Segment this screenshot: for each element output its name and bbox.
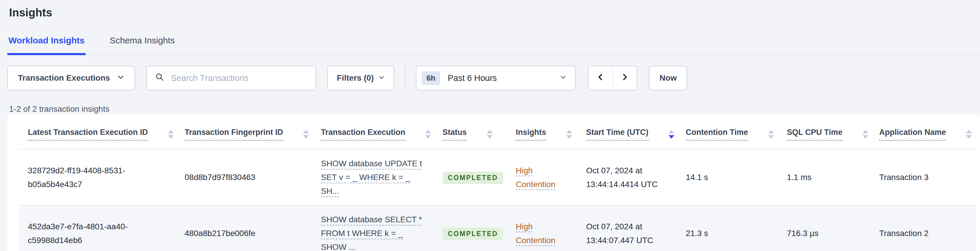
tab-bar: Workload Insights Schema Insights bbox=[7, 36, 980, 55]
chevron-left-icon bbox=[596, 73, 605, 83]
cell-application-name: Transaction 2 bbox=[870, 205, 976, 251]
time-nav-group bbox=[588, 66, 637, 90]
tab-schema-insights[interactable]: Schema Insights bbox=[108, 36, 176, 54]
cell-application-name: Transaction 3 bbox=[870, 149, 976, 205]
col-header-sql-cpu-time[interactable]: SQL CPU Time bbox=[778, 120, 870, 149]
table-row: 452da3e7-e7fa-4801-aa40-c59988d14eb6 480… bbox=[19, 205, 976, 251]
toolbar-divider bbox=[405, 66, 405, 90]
time-range-badge: 6h bbox=[422, 71, 440, 85]
table-header-row: Latest Transaction Execution ID Transact… bbox=[19, 120, 976, 149]
filters-button[interactable]: Filters (0) bbox=[327, 66, 394, 90]
cell-start-time: Oct 07, 2024 at 13:44:07.447 UTC bbox=[578, 205, 677, 251]
cell-status: COMPLETED bbox=[434, 149, 507, 205]
col-header-insights[interactable]: Insights bbox=[507, 120, 578, 149]
cell-sql-cpu-time: 716.3 µs bbox=[778, 205, 870, 251]
sort-icon[interactable] bbox=[966, 130, 972, 139]
sort-icon[interactable] bbox=[303, 130, 309, 139]
status-badge: COMPLETED bbox=[442, 171, 503, 184]
time-range-picker[interactable]: 6h Past 6 Hours bbox=[416, 66, 576, 90]
sort-icon[interactable] bbox=[487, 130, 493, 139]
cell-contention-time: 14.1 s bbox=[677, 149, 778, 205]
status-badge: COMPLETED bbox=[442, 227, 503, 240]
search-box bbox=[146, 66, 316, 90]
transaction-execution-link[interactable]: SHOW database SELECT * FROM t WHERE k = … bbox=[321, 213, 423, 251]
execution-type-label: Transaction Executions bbox=[18, 73, 110, 83]
cell-contention-time: 21.3 s bbox=[677, 205, 778, 251]
col-header-transaction-execution[interactable]: Transaction Execution bbox=[312, 120, 434, 149]
search-icon bbox=[155, 72, 164, 84]
col-header-start-time[interactable]: Start Time (UTC) bbox=[578, 120, 677, 149]
col-header-contention-time[interactable]: Contention Time bbox=[677, 120, 778, 149]
cell-execution-id: 452da3e7-e7fa-4801-aa40-c59988d14eb6 bbox=[19, 205, 176, 251]
insight-link[interactable]: High Contention bbox=[516, 164, 571, 191]
chevron-down-icon bbox=[379, 73, 385, 83]
cell-start-time: Oct 07, 2024 at 13:44:14.4414 UTC bbox=[578, 149, 677, 205]
sort-icon[interactable] bbox=[566, 130, 572, 139]
cell-execution-id: 328729d2-ff19-4408-8531-b05a5b4e43c7 bbox=[19, 149, 176, 205]
cell-transaction-execution: SHOW database SELECT * FROM t WHERE k = … bbox=[312, 205, 434, 251]
chevron-down-icon bbox=[117, 73, 124, 83]
now-label: Now bbox=[659, 73, 677, 83]
cell-sql-cpu-time: 1.1 ms bbox=[778, 149, 870, 205]
sort-icon[interactable] bbox=[862, 130, 869, 139]
col-header-fingerprint-id[interactable]: Transaction Fingerprint ID bbox=[176, 120, 312, 149]
now-button[interactable]: Now bbox=[649, 66, 687, 90]
cell-insights: High Contention bbox=[507, 205, 578, 251]
cell-transaction-execution: SHOW database UPDATE t SET v = _ WHERE k… bbox=[312, 149, 434, 205]
filters-label: Filters (0) bbox=[337, 73, 374, 83]
sort-icon-active-desc[interactable] bbox=[668, 130, 675, 139]
results-summary: 1-2 of 2 transaction insights bbox=[9, 104, 980, 114]
cell-insights: High Contention bbox=[507, 149, 578, 205]
time-prev-button[interactable] bbox=[588, 66, 612, 90]
transaction-insights-table: Latest Transaction Execution ID Transact… bbox=[19, 120, 976, 251]
transaction-execution-link[interactable]: SHOW database UPDATE t SET v = _ WHERE k… bbox=[321, 157, 423, 198]
col-header-application-name[interactable]: Application Name bbox=[870, 120, 976, 149]
insights-page: Insights Workload Insights Schema Insigh… bbox=[0, 0, 980, 251]
time-range-label: Past 6 Hours bbox=[448, 73, 560, 83]
time-next-button[interactable] bbox=[612, 66, 637, 90]
cell-status: COMPLETED bbox=[434, 205, 507, 251]
tab-workload-insights[interactable]: Workload Insights bbox=[7, 36, 86, 55]
cell-fingerprint-id: 480a8b217be006fe bbox=[176, 205, 312, 251]
col-header-latest-execution-id[interactable]: Latest Transaction Execution ID bbox=[19, 120, 176, 149]
chevron-down-icon bbox=[560, 73, 567, 83]
execution-type-dropdown[interactable]: Transaction Executions bbox=[7, 66, 135, 90]
insight-link[interactable]: High Contention bbox=[516, 220, 571, 247]
col-header-status[interactable]: Status bbox=[434, 120, 507, 149]
chevron-right-icon bbox=[620, 73, 629, 83]
search-input[interactable] bbox=[170, 73, 307, 83]
page-title: Insights bbox=[0, 0, 980, 19]
cell-fingerprint-id: 08d8b7d97f830463 bbox=[176, 149, 312, 205]
toolbar: Transaction Executions Filters (0) 6h Pa… bbox=[7, 66, 980, 90]
sort-icon[interactable] bbox=[425, 130, 431, 139]
sort-icon[interactable] bbox=[768, 130, 774, 139]
insights-table-panel: Latest Transaction Execution ID Transact… bbox=[7, 114, 980, 251]
sort-icon[interactable] bbox=[168, 130, 174, 139]
table-row: 328729d2-ff19-4408-8531-b05a5b4e43c7 08d… bbox=[19, 149, 976, 205]
